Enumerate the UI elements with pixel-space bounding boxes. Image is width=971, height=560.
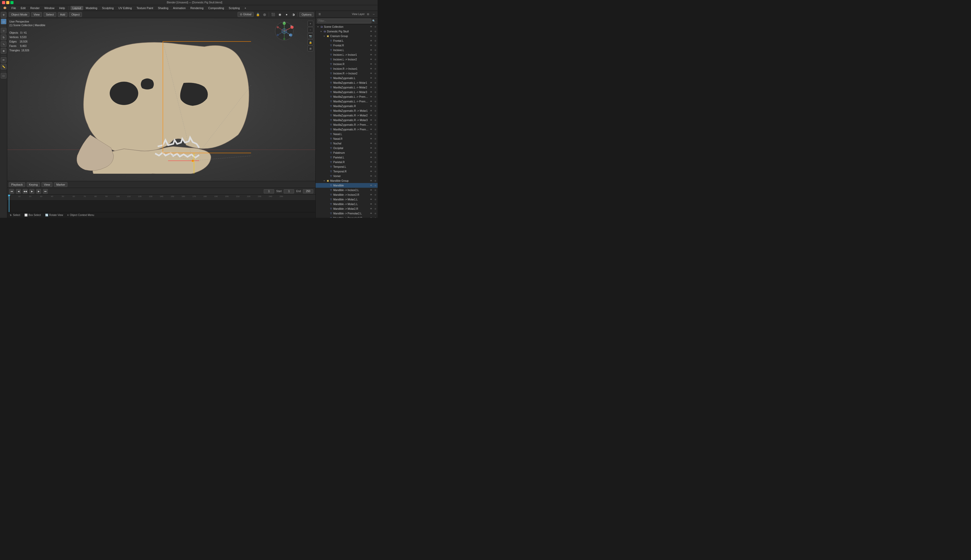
outliner-item-mxr-premolar1[interactable]: ▽ MaxillaZygomatic.R -> Premolar1 👁 ⊙ (315, 122, 378, 127)
viewport-vis-incisive-r-incisor1[interactable]: ⊙ (374, 67, 377, 70)
scale-tool[interactable]: ⤡ (1, 41, 7, 47)
viewport-vis-occipital[interactable]: ⊙ (374, 146, 377, 150)
lock-btn[interactable]: 🔒 (308, 39, 313, 45)
outliner-item-mandible-group[interactable]: ▾ ▣ Mandible Group 👁 ⊙ (315, 178, 378, 183)
grid-btn[interactable]: ⊞ (308, 46, 313, 51)
viewport-vis-temporal-r[interactable]: ⊙ (374, 170, 377, 173)
outliner-item-incisive-r[interactable]: ▽ Incisive.R 👁 ⊙ (315, 62, 378, 67)
tab-scripting[interactable]: Scripting (227, 6, 242, 10)
outliner-item-vomer[interactable]: ▽ Vomer 👁 ⊙ (315, 174, 378, 178)
outliner-item-scene-collection[interactable]: ▾ 🗂 Scene Collection 👁 ⊙ (315, 24, 378, 29)
marker-menu[interactable]: Marker (54, 182, 67, 187)
material-shading-icon[interactable]: ◉ (277, 12, 282, 17)
tab-add[interactable]: + (242, 6, 248, 10)
viewport-vis-vomer[interactable]: ⊙ (374, 174, 377, 178)
outliner-item-palatinum[interactable]: ▽ Palatinum 👁 ⊙ (315, 150, 378, 155)
visibility-mand-molar2r[interactable]: 👁 (369, 207, 373, 210)
outliner-item-mxr-molar1[interactable]: ▽ MaxillaZygomatic.R -> Molar1 👁 ⊙ (315, 108, 378, 113)
tab-rendering[interactable]: Rendering (188, 6, 206, 10)
view-menu-tl[interactable]: View (42, 182, 52, 187)
box-select-label[interactable]: Box Select (28, 213, 41, 217)
outliner-item-mxl-molar3[interactable]: ▽ MaxillaZygomatic.L -> Molar3 👁 ⊙ (315, 90, 378, 94)
viewport-vis-nuchal[interactable]: ⊙ (374, 142, 377, 145)
visibility-temporal-r[interactable]: 👁 (369, 170, 373, 173)
visibility-maxilla-zygo-l[interactable]: 👁 (369, 76, 373, 80)
visibility-mandible[interactable]: 👁 (369, 183, 373, 187)
arrow-domestic-pig-skull[interactable]: ▾ (320, 30, 322, 33)
visibility-cranium-group[interactable]: 👁 (369, 34, 373, 38)
viewport-vis-maxilla-zygo-r[interactable]: ⊙ (374, 104, 377, 108)
object-context-label[interactable]: Object Context Menu (70, 213, 94, 217)
play-reverse-btn[interactable]: ◀◀ (23, 189, 27, 194)
viewport-vis-cranium-group[interactable]: ⊙ (374, 34, 377, 38)
outliner-item-mxr-molar3[interactable]: ▽ MaxillaZygomatic.R -> Molar3 👁 ⊙ (315, 118, 378, 122)
visibility-incisive-r-incisor1[interactable]: 👁 (369, 67, 373, 70)
select-status-label[interactable]: Select (13, 213, 20, 217)
viewport-vis-mxr-premolar1[interactable]: ⊙ (374, 123, 377, 127)
visibility-domestic-pig-skull[interactable]: 👁 (369, 30, 373, 33)
outliner-item-nuchal[interactable]: ▽ Nuchal 👁 ⊙ (315, 141, 378, 146)
outliner-item-parietal-l[interactable]: ▽ Parietal.L 👁 ⊙ (315, 155, 378, 160)
viewport-vis-mandible[interactable]: ⊙ (374, 183, 377, 187)
outliner-item-occipital[interactable]: ▽ Occipital 👁 ⊙ (315, 146, 378, 150)
end-frame-input[interactable] (303, 189, 313, 193)
close-button[interactable] (2, 1, 5, 4)
annotate-tool[interactable]: ✏ (1, 57, 7, 63)
select-tool[interactable]: ◻ (1, 19, 7, 24)
minimize-button[interactable] (6, 1, 9, 4)
viewport-vis-mxl-molar1[interactable]: ⊙ (374, 81, 377, 85)
outliner-item-mand-molar1l2[interactable]: ▽ Mandible -> Molar1.L 👁 ⊙ (315, 202, 378, 207)
menu-help[interactable]: Help (57, 6, 67, 10)
outliner-item-incisive-r-incisor1[interactable]: ▽ Incisive.R -> Incisor1 👁 ⊙ (315, 67, 378, 71)
move-tool[interactable]: ⊹ (1, 28, 7, 33)
visibility-mxl-premolar2[interactable]: 👁 (369, 100, 373, 103)
viewport-vis-mand-incisor2l[interactable]: ⊙ (374, 188, 377, 192)
outliner-item-mxl-premolar2[interactable]: ▽ MaxillaZygomatic.L -> Premolar2 👁 ⊙ (315, 99, 378, 104)
outliner-item-nasal-l[interactable]: ▽ Nasal.L 👁 ⊙ (315, 132, 378, 137)
tab-animation[interactable]: Animation (171, 6, 188, 10)
arrow-mandible-group[interactable]: ▾ (323, 180, 325, 182)
outliner-item-mand-molar2r[interactable]: ▽ Mandible -> Molar2.R 👁 ⊙ (315, 207, 378, 211)
filter-icon[interactable]: ⊟ (366, 12, 370, 17)
transform-pivot[interactable]: ⊙ Global (238, 12, 254, 17)
next-frame-btn[interactable]: ▶ (36, 189, 41, 194)
menu-edit[interactable]: Edit (19, 6, 28, 10)
snap-icon[interactable]: 🔒 (255, 12, 260, 17)
viewport-vis-parietal-r[interactable]: ⊙ (374, 160, 377, 164)
viewport-vis-mxr-molar3[interactable]: ⊙ (374, 118, 377, 122)
outliner-item-mand-molar1l[interactable]: ▽ Mandible -> Molar1.L 👁 ⊙ (315, 197, 378, 202)
maximize-button[interactable] (10, 1, 13, 4)
tab-texture-paint[interactable]: Texture Paint (134, 6, 155, 10)
add-cube-tool[interactable]: □ (1, 73, 7, 78)
zoom-out-btn[interactable]: − (308, 27, 313, 33)
viewport-vis-frontal-r[interactable]: ⊙ (374, 43, 377, 47)
visibility-frontal-r[interactable]: 👁 (369, 43, 373, 47)
tab-modeling[interactable]: Modeling (84, 6, 100, 10)
viewport-vis-mand-molar1l[interactable]: ⊙ (374, 198, 377, 201)
outliner-item-incisive-l[interactable]: ▽ Incisive.L 👁 ⊙ (315, 48, 378, 52)
cursor-tool[interactable]: ✛ (1, 12, 7, 18)
outliner-item-incisive-r-incisor2[interactable]: ▽ Incisive.R -> Incisor2 👁 ⊙ (315, 71, 378, 76)
jump-start-btn[interactable]: ⏮ (9, 189, 14, 194)
viewport-vis-parietal-l[interactable]: ⊙ (374, 155, 377, 159)
viewport-vis-mand-incisor2r[interactable]: ⊙ (374, 193, 377, 197)
outliner-item-mxl-molar1[interactable]: ▽ MaxillaZygomatic.L -> Molar1 👁 ⊙ (315, 80, 378, 85)
rendered-shading-icon[interactable]: ● (284, 12, 289, 17)
viewport-vis-incisive-r-incisor2[interactable]: ⊙ (374, 72, 377, 75)
visibility-incisive-l-incisor2[interactable]: 👁 (369, 58, 373, 61)
visibility-mxl-molar3[interactable]: 👁 (369, 90, 373, 94)
viewport-vis-mand-premolar2l[interactable]: ⊙ (374, 212, 377, 215)
visibility-maxilla-zygo-r[interactable]: 👁 (369, 104, 373, 108)
arrow-scene-collection[interactable]: ▾ (317, 26, 319, 28)
outliner-content[interactable]: ▾ 🗂 Scene Collection 👁 ⊙ ▾ 🗂 Domestic Pi… (315, 24, 378, 218)
mode-selector[interactable]: Object Mode (9, 12, 30, 17)
keying-menu[interactable]: Keying (27, 182, 40, 187)
sync-icon[interactable]: ↔ (371, 12, 376, 17)
outliner-item-maxilla-zygo-l[interactable]: ▽ MaxillaZygomatic.L 👁 ⊙ (315, 76, 378, 80)
outliner-item-maxilla-zygo-r[interactable]: ▽ MaxillaZygomatic.R 👁 ⊙ (315, 104, 378, 108)
visibility-mxr-molar1[interactable]: 👁 (369, 109, 373, 113)
menu-window[interactable]: Window (42, 6, 57, 10)
viewport-vis-mxr-molar2[interactable]: ⊙ (374, 113, 377, 117)
zoom-in-btn[interactable]: + (308, 21, 313, 27)
visibility-incisive-r[interactable]: 👁 (369, 62, 373, 66)
